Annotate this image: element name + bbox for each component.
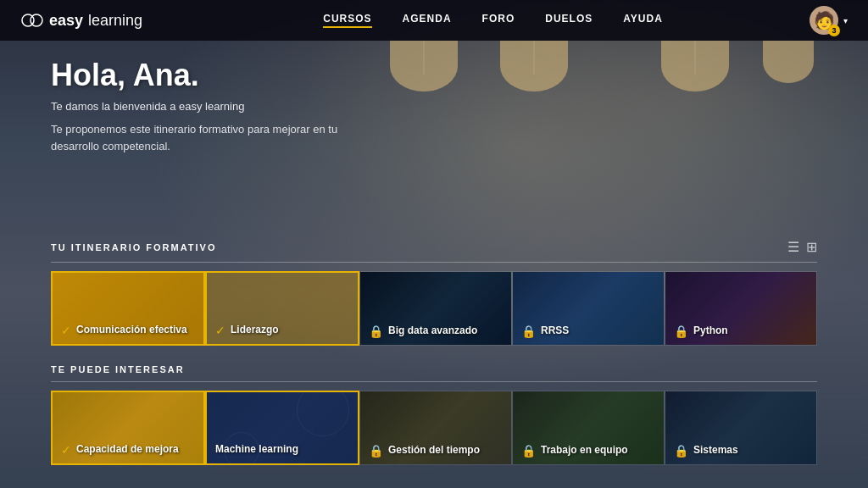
card-label: Gestión del tiempo	[388, 444, 480, 458]
interest-divider	[51, 381, 817, 382]
interest-section: TE PUEDE INTERESAR ✓ Capacidad de mejora…	[0, 364, 868, 465]
card-label: Comunicación efectiva	[76, 324, 187, 337]
card-trabajo[interactable]: 🔒 Trabajo en equipo	[512, 391, 665, 465]
card-machine-learning[interactable]: Machine learning	[205, 391, 359, 465]
list-view-icon[interactable]: ☰	[787, 239, 799, 255]
lock-icon: 🔒	[369, 324, 383, 338]
nav-foro[interactable]: FORO	[482, 13, 515, 28]
card-label: Machine learning	[215, 443, 298, 457]
hero-subtitle1: Te damos la bienvenida a easy learning	[51, 100, 373, 113]
lock-icon: 🔒	[674, 444, 688, 458]
itinerary-title: TU ITINERARIO FORMATIVO	[51, 242, 217, 252]
card-content: 🔒 Python	[665, 272, 816, 345]
completed-icon: ✓	[61, 443, 71, 457]
itinerary-section: TU ITINERARIO FORMATIVO ☰ ⊞ ✓ Comunicaci…	[0, 239, 868, 346]
card-gestion[interactable]: 🔒 Gestión del tiempo	[359, 391, 512, 465]
card-python[interactable]: 🔒 Python	[665, 271, 817, 346]
interest-cards: ✓ Capacidad de mejora Machine learning 🔒…	[0, 391, 868, 465]
card-rrss[interactable]: 🔒 RRSS	[512, 271, 665, 346]
card-content: ✓ Liderazgo	[207, 273, 358, 344]
nav-cursos[interactable]: CURSOS	[323, 13, 371, 28]
lamp-cord	[533, 41, 535, 75]
card-content: ✓ Capacidad de mejora	[53, 392, 203, 463]
card-content: Machine learning	[207, 392, 358, 463]
nav-links: CURSOS AGENDA FORO DUELOS AYUDA	[176, 13, 810, 28]
card-capacidad[interactable]: ✓ Capacidad de mejora	[51, 391, 205, 465]
lock-icon: 🔒	[674, 324, 688, 338]
card-content: 🔒 Gestión del tiempo	[360, 391, 511, 464]
completed-icon: ✓	[215, 324, 225, 337]
card-content: 🔒 Sistemas	[665, 391, 816, 464]
lock-icon: 🔒	[369, 444, 383, 458]
notification-badge: 3	[828, 25, 840, 36]
logo-learning-text: learning	[88, 12, 142, 30]
card-label: Sistemas	[693, 444, 738, 458]
completed-icon: ✓	[61, 324, 71, 337]
grid-view-icon[interactable]: ⊞	[806, 239, 817, 255]
hero-subtitle2: Te proponemos este itinerario formativo …	[51, 121, 373, 154]
nav-ayuda[interactable]: AYUDA	[623, 13, 663, 28]
card-comunicacion[interactable]: ✓ Comunicación efectiva	[51, 271, 205, 346]
nav-agenda[interactable]: AGENDA	[403, 13, 452, 28]
hero-greeting: Hola, Ana.	[51, 58, 373, 93]
itinerary-header: TU ITINERARIO FORMATIVO ☰ ⊞	[0, 239, 868, 255]
card-label: Liderazgo	[231, 324, 279, 337]
user-avatar[interactable]: 🧑 3	[810, 6, 838, 35]
lamp-cord	[423, 41, 425, 75]
interest-title: TE PUEDE INTERESAR	[51, 364, 185, 374]
view-icons: ☰ ⊞	[787, 239, 817, 255]
interest-header: TE PUEDE INTERESAR	[0, 364, 868, 374]
hero-section: Hola, Ana. Te damos la bienvenida a easy…	[51, 58, 373, 154]
itinerary-cards: ✓ Comunicación efectiva ✓ Liderazgo 🔒 Bi…	[0, 271, 868, 346]
logo-icon	[20, 13, 44, 28]
card-label: Big data avanzado	[388, 324, 477, 338]
card-liderazgo[interactable]: ✓ Liderazgo	[205, 271, 359, 346]
card-label: Capacidad de mejora	[76, 443, 179, 457]
card-content: 🔒 Trabajo en equipo	[513, 391, 664, 464]
logo[interactable]: easy learning	[20, 12, 142, 30]
lamp-decoration	[763, 41, 814, 83]
card-content: 🔒 Big data avanzado	[360, 272, 511, 345]
card-label: Python	[693, 324, 728, 338]
nav-duelos[interactable]: DUELOS	[545, 13, 593, 28]
card-content: ✓ Comunicación efectiva	[53, 273, 203, 344]
card-bigdata[interactable]: 🔒 Big data avanzado	[359, 271, 512, 346]
chevron-down-icon[interactable]: ▾	[843, 16, 848, 25]
card-content: 🔒 RRSS	[513, 272, 664, 345]
lock-icon: 🔒	[521, 444, 536, 458]
logo-easy-text: easy	[49, 12, 83, 30]
lock-icon: 🔒	[521, 324, 536, 338]
svg-point-1	[31, 14, 42, 26]
card-label: Trabajo en equipo	[541, 444, 628, 458]
card-label: RRSS	[541, 324, 569, 338]
nav-right: 🧑 3 ▾	[810, 6, 848, 35]
itinerary-divider	[51, 262, 817, 263]
navbar: easy learning CURSOS AGENDA FORO DUELOS …	[0, 0, 868, 41]
lamp-cord	[694, 41, 696, 75]
card-sistemas[interactable]: 🔒 Sistemas	[665, 391, 817, 465]
